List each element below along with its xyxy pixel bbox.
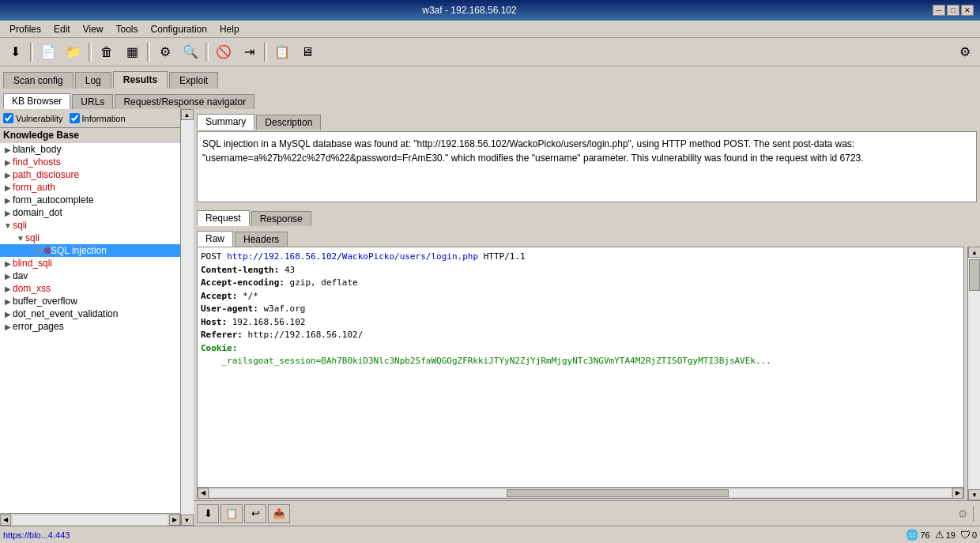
window-controls: ─ □ ✕ xyxy=(933,5,974,16)
tree-item-sql_injection[interactable]: ⚙⊗SQL injection xyxy=(0,244,180,257)
main-tab-results[interactable]: Results xyxy=(113,71,168,89)
left-vscroll-track[interactable] xyxy=(181,120,194,515)
toolbar-btn-10[interactable]: 🖥 xyxy=(296,41,319,63)
main-tab-exploit[interactable]: Exploit xyxy=(169,72,218,89)
minimize-button[interactable]: ─ xyxy=(933,5,945,16)
vulnerability-filter[interactable]: Vulnerability xyxy=(3,113,63,123)
tree-item-find_vhosts[interactable]: ▶find_vhosts xyxy=(0,156,180,168)
toolbar-btn-6[interactable]: 🔍 xyxy=(179,41,202,63)
menu-item-profiles[interactable]: Profiles xyxy=(3,22,47,36)
request-btn-3[interactable]: ↩ xyxy=(244,504,266,523)
toolbar-btn-3[interactable]: 🗑 xyxy=(95,41,119,63)
information-checkbox[interactable] xyxy=(70,113,80,123)
vulnerability-checkbox[interactable] xyxy=(3,113,13,123)
sub-tab-kb-browser[interactable]: KB Browser xyxy=(3,93,70,109)
request-content[interactable]: POST http://192.168.56.102/WackoPicko/us… xyxy=(198,247,963,487)
tree-item-sqli[interactable]: ▼sqli xyxy=(0,219,180,232)
sub-tab-urls[interactable]: URLs xyxy=(72,94,113,109)
request-btn-4[interactable]: 📤 xyxy=(268,504,290,523)
toolbar-btn-9[interactable]: 📋 xyxy=(270,41,294,63)
main-tab-scan-config[interactable]: Scan config xyxy=(3,72,74,89)
left-scroll-left[interactable]: ◀ xyxy=(0,515,11,526)
tree-arrow-find_vhosts: ▶ xyxy=(3,156,13,168)
tree-area: Vulnerability Information Knowledge Base… xyxy=(0,109,180,526)
toolbar-separator-9 xyxy=(264,43,267,62)
tree-arrow-sqli_child: ▼ xyxy=(16,232,25,243)
toolbar-separator-1 xyxy=(30,43,33,62)
raw-tab-raw[interactable]: Raw xyxy=(197,231,233,247)
toolbar-btn-1[interactable]: 📄 xyxy=(36,41,60,63)
detail-tab-summary[interactable]: Summary xyxy=(197,114,254,130)
toolbar-btn-2[interactable]: 📁 xyxy=(62,41,85,63)
request-vscroll-track[interactable] xyxy=(968,258,980,489)
tree-arrow-dav: ▶ xyxy=(3,270,13,281)
tree-label-path_disclosure: path_disclosure xyxy=(13,169,79,180)
tree-item-path_disclosure[interactable]: ▶path_disclosure xyxy=(0,168,180,181)
toolbar-btn-5[interactable]: ⚙ xyxy=(153,41,177,63)
tree-arrow-path_disclosure: ▶ xyxy=(3,169,13,180)
tree-item-form_autocomplete[interactable]: ▶form_autocomplete xyxy=(0,194,180,206)
maximize-button[interactable]: □ xyxy=(947,5,959,16)
error-badge: 🛡 0 xyxy=(960,529,977,541)
tree-item-domain_dot[interactable]: ▶domain_dot xyxy=(0,206,180,219)
request-btn-1[interactable]: ⬇ xyxy=(197,504,219,523)
tree-item-dom_xss[interactable]: ▶dom_xss xyxy=(0,282,180,295)
tree-item-blank_body[interactable]: ▶blank_body xyxy=(0,143,180,156)
toolbar-btn-4[interactable]: ▦ xyxy=(120,41,144,63)
menu-item-tools[interactable]: Tools xyxy=(110,22,145,36)
tree-item-buffer_overflow[interactable]: ▶buffer_overflow xyxy=(0,295,180,307)
app: w3af - 192.168.56.102 ─ □ ✕ ProfilesEdit… xyxy=(0,0,980,543)
req-tab-response[interactable]: Response xyxy=(251,211,311,226)
right-panel: SummaryDescription SQL injection in a My… xyxy=(194,109,980,526)
tree-item-blind_sqli[interactable]: ▶blind_sqli xyxy=(0,257,180,270)
menu-item-edit[interactable]: Edit xyxy=(47,22,77,36)
detail-tab-description[interactable]: Description xyxy=(256,115,321,130)
menu-item-configuration[interactable]: Configuration xyxy=(145,22,213,36)
window-title: w3af - 192.168.56.102 xyxy=(6,5,933,16)
sub-tab-request-response-navigator[interactable]: Request/Response navigator xyxy=(115,94,254,109)
request-btn-2[interactable]: 📋 xyxy=(220,504,243,523)
error-icon: 🛡 xyxy=(960,529,971,541)
hscroll-right[interactable]: ▶ xyxy=(952,488,963,499)
tree-arrow-form_autocomplete: ▶ xyxy=(3,194,13,206)
menu-item-help[interactable]: Help xyxy=(213,22,246,36)
raw-tab-headers[interactable]: Headers xyxy=(235,232,288,247)
left-hscroll-track[interactable] xyxy=(13,515,168,525)
left-scroll-right[interactable]: ▶ xyxy=(169,515,180,526)
request-response-tabs: RequestResponse xyxy=(194,206,980,226)
information-label: Information xyxy=(82,114,126,123)
sub-tabs: KB BrowserURLsRequest/Response navigator xyxy=(0,89,980,109)
tree-label-buffer_overflow: buffer_overflow xyxy=(13,296,77,307)
tree-item-dav[interactable]: ▶dav xyxy=(0,270,180,282)
globe-count: 76 xyxy=(920,530,929,540)
toolbar-btn-8[interactable]: ⇥ xyxy=(237,41,261,63)
tree-item-sqli_child[interactable]: ▼sqli xyxy=(0,232,180,244)
status-url: https://blo...4.443 xyxy=(3,530,906,540)
globe-badge: 🌐 76 xyxy=(906,529,929,541)
hscroll-left[interactable]: ◀ xyxy=(198,488,209,499)
information-filter[interactable]: Information xyxy=(70,113,126,123)
filter-header: Vulnerability Information xyxy=(0,109,180,128)
menu-item-view[interactable]: View xyxy=(77,22,110,36)
vuln-icon-sql_injection: ⚙⊗ xyxy=(38,245,49,256)
left-scroll-down[interactable]: ▼ xyxy=(181,515,194,526)
req-tab-request[interactable]: Request xyxy=(197,210,250,226)
close-button[interactable]: ✕ xyxy=(961,5,974,16)
hscroll-thumb[interactable] xyxy=(507,489,729,497)
hscroll-track[interactable] xyxy=(210,489,951,497)
tree-item-error_pages[interactable]: ▶error_pages xyxy=(0,320,180,333)
tree-item-dot_net_event_validation[interactable]: ▶dot_net_event_validation xyxy=(0,307,180,320)
detail-tabs: SummaryDescription xyxy=(194,109,980,130)
toolbar-btn-7[interactable]: 🚫 xyxy=(212,41,236,63)
request-scroll-down[interactable]: ▼ xyxy=(968,489,980,500)
tree-arrow-buffer_overflow: ▶ xyxy=(3,296,13,307)
toolbar-btn-0[interactable]: ⬇ xyxy=(3,41,27,63)
left-scroll-up[interactable]: ▲ xyxy=(181,109,194,120)
main-tab-log[interactable]: Log xyxy=(75,72,111,89)
tree-item-form_auth[interactable]: ▶form_auth xyxy=(0,181,180,194)
tree-arrow-blind_sqli: ▶ xyxy=(3,258,13,269)
error-count: 0 xyxy=(972,530,977,540)
request-vscroll-thumb[interactable] xyxy=(969,259,980,291)
settings-button[interactable]: ⚙ xyxy=(953,41,977,63)
request-scroll-up[interactable]: ▲ xyxy=(968,247,980,258)
